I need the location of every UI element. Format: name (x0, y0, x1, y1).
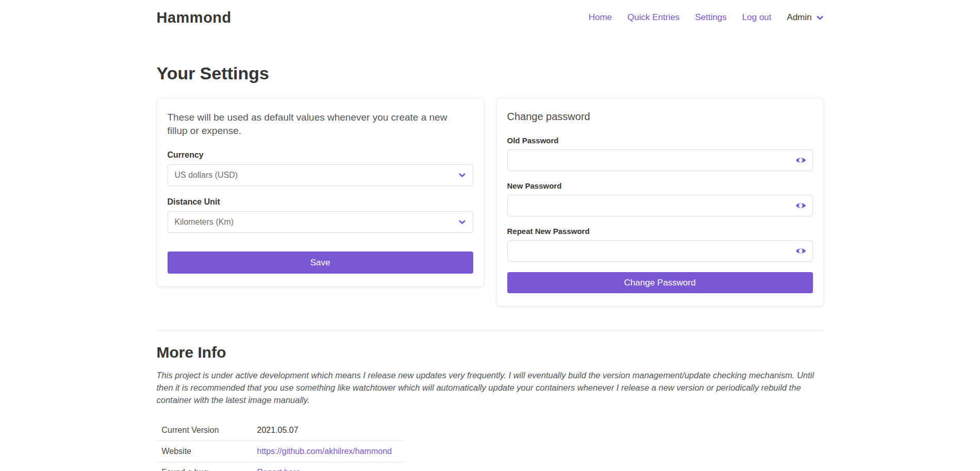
nav-settings[interactable]: Settings (695, 12, 726, 23)
nav-quick-entries[interactable]: Quick Entries (627, 12, 679, 23)
change-password-card: Change password Old Password New Passwor… (496, 98, 824, 306)
distance-unit-label: Distance Unit (168, 197, 473, 207)
current-version-value: 2021.05.07 (252, 420, 404, 441)
distance-unit-select[interactable]: Kilometers (Km) (168, 211, 473, 233)
eye-icon[interactable] (795, 155, 806, 166)
chevron-down-icon (458, 172, 466, 179)
info-label: Current Version (157, 420, 252, 441)
defaults-card: These will be used as default values whe… (157, 98, 484, 287)
report-bug-link[interactable]: Report here (257, 468, 301, 471)
new-password-field[interactable] (507, 195, 813, 216)
eye-icon[interactable] (795, 246, 806, 257)
table-row: Website https://github.com/akhilrex/hamm… (157, 441, 404, 462)
old-password-label: Old Password (507, 136, 813, 145)
defaults-description: These will be used as default values whe… (168, 111, 467, 137)
development-note: This project is under active development… (157, 369, 824, 407)
change-password-title: Change password (507, 111, 813, 123)
table-row: Found a bug Report here (157, 462, 404, 471)
page-title: Your Settings (157, 63, 828, 83)
more-info-section: More Info This project is under active d… (153, 344, 828, 471)
old-password-field[interactable] (507, 149, 813, 171)
main-nav: Home Quick Entries Settings Log out Admi… (589, 12, 824, 23)
website-link[interactable]: https://github.com/akhilrex/hammond (257, 447, 392, 456)
change-password-button[interactable]: Change Password (507, 272, 813, 293)
brand-logo[interactable]: Hammond (157, 9, 231, 26)
currency-select[interactable]: US dollars (USD) (168, 164, 473, 186)
user-menu-label: Admin (787, 12, 811, 23)
chevron-down-icon (816, 14, 824, 22)
more-info-title: More Info (157, 344, 824, 361)
nav-home[interactable]: Home (589, 12, 612, 23)
info-label: Found a bug (157, 462, 252, 471)
distance-unit-selected-value: Kilometers (Km) (175, 217, 234, 227)
user-menu-admin[interactable]: Admin (787, 12, 823, 23)
eye-icon[interactable] (795, 200, 806, 211)
info-label: Website (157, 441, 252, 462)
repeat-new-password-field[interactable] (507, 240, 813, 262)
app-header: Hammond Home Quick Entries Settings Log … (0, 0, 980, 35)
save-button[interactable]: Save (168, 251, 473, 274)
repeat-new-password-label: Repeat New Password (507, 227, 813, 236)
chevron-down-icon (458, 218, 466, 226)
nav-logout[interactable]: Log out (742, 12, 772, 23)
currency-label: Currency (168, 150, 473, 160)
currency-selected-value: US dollars (USD) (175, 171, 238, 180)
table-row: Current Version 2021.05.07 (157, 420, 404, 441)
new-password-label: New Password (507, 181, 813, 190)
main-content: Your Settings These will be used as defa… (153, 63, 828, 471)
section-divider (157, 330, 824, 330)
info-table: Current Version 2021.05.07 Website https… (157, 420, 404, 471)
